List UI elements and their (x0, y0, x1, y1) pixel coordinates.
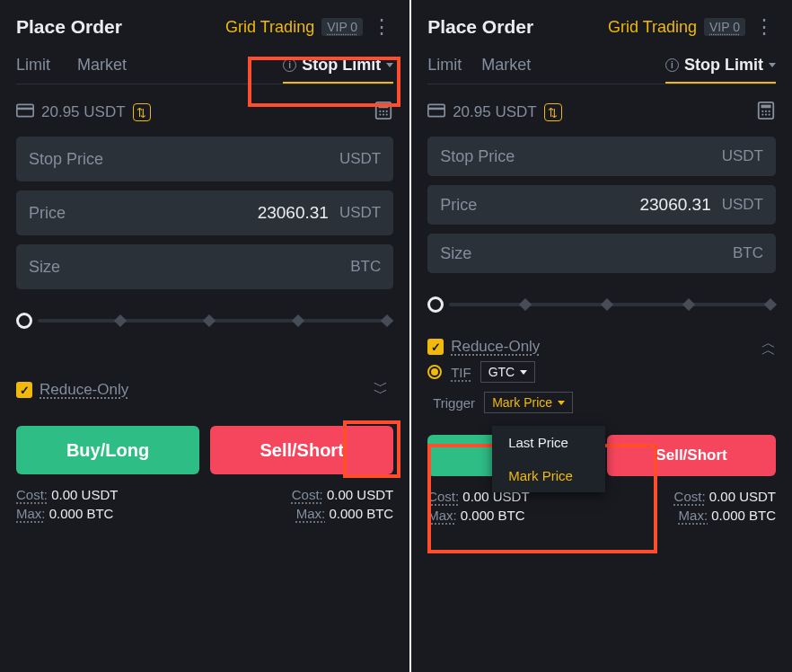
stop-price-label: Stop Price (29, 150, 103, 169)
tif-radio[interactable] (427, 365, 442, 379)
chevron-down-icon (520, 370, 527, 375)
price-unit: USDT (722, 196, 763, 214)
reduce-only-label: Reduce-Only (451, 338, 540, 356)
collapse-advanced-icon[interactable]: ︿︿ (761, 340, 776, 354)
max-row: Max: 0.000 BTC Max: 0.000 BTC (427, 508, 776, 523)
more-menu-icon[interactable]: ⋮ (370, 22, 393, 32)
trigger-select[interactable]: Mark Price (484, 392, 573, 413)
stop-price-label: Stop Price (440, 147, 515, 166)
order-type-tabs: Limit Market i Stop Limit (16, 56, 393, 84)
size-input[interactable]: Size BTC (16, 244, 393, 289)
tab-market[interactable]: Market (77, 56, 127, 84)
tab-stop-limit-label: Stop Limit (684, 56, 763, 75)
reduce-only-label: Reduce-Only (40, 381, 128, 399)
svg-rect-10 (428, 104, 444, 116)
svg-rect-13 (761, 105, 771, 109)
price-label: Price (440, 196, 477, 215)
dropdown-option-last-price[interactable]: Last Price (492, 426, 605, 459)
stop-price-input[interactable]: Stop Price USDT (16, 137, 393, 181)
svg-rect-1 (17, 108, 33, 111)
balance-amount[interactable]: 20.95 USDT (41, 103, 126, 121)
reduce-only-checkbox[interactable]: ✓ Reduce-Only (16, 381, 128, 399)
price-value: 23060.31 (258, 203, 329, 223)
size-unit: BTC (733, 244, 763, 262)
tif-label: TIF (451, 365, 471, 380)
sell-short-button[interactable]: Sell/Short (210, 426, 393, 474)
calculator-icon[interactable] (756, 101, 776, 124)
calculator-icon[interactable] (374, 101, 393, 124)
size-label: Size (29, 258, 60, 277)
slider-track[interactable] (449, 303, 776, 306)
panel-title: Place Order (427, 16, 533, 38)
svg-point-17 (761, 113, 763, 115)
buy-cost-value: 0.00 USDT (51, 487, 118, 502)
sell-cost-label: Cost: (292, 487, 323, 502)
tif-select[interactable]: GTC (480, 361, 536, 383)
grid-trading-link[interactable]: Grid Trading (608, 18, 697, 37)
tab-stop-limit[interactable]: i Stop Limit (665, 56, 776, 84)
reduce-only-checkbox[interactable]: ✓ Reduce-Only (427, 338, 540, 356)
price-input[interactable]: Price 23060.31 USDT (427, 185, 776, 225)
svg-point-6 (386, 111, 388, 112)
svg-point-15 (765, 111, 767, 112)
swap-icon[interactable]: ⇅ (544, 103, 562, 121)
swap-icon[interactable]: ⇅ (133, 103, 151, 121)
chevron-down-icon[interactable] (386, 63, 393, 67)
balance-row: 20.95 USDT ⇅ (427, 101, 776, 124)
tab-limit[interactable]: Limit (427, 56, 462, 84)
price-value: 23060.31 (639, 195, 710, 215)
buy-max-label: Max: (16, 506, 46, 521)
vip-badge[interactable]: VIP 0 (321, 18, 363, 36)
svg-rect-3 (379, 105, 389, 109)
panel-header: Place Order Grid Trading VIP 0 ⋮ (427, 16, 776, 38)
expand-advanced-icon[interactable]: ﹀﹀ (368, 377, 393, 402)
vip-badge[interactable]: VIP 0 (704, 18, 745, 36)
size-slider[interactable] (16, 313, 393, 329)
slider-handle[interactable] (16, 313, 32, 329)
buy-max-value: 0.000 BTC (49, 506, 114, 521)
sell-cost-label: Cost: (674, 489, 706, 504)
info-icon[interactable]: i (665, 58, 679, 72)
buy-cost-label: Cost: (16, 487, 48, 502)
checkbox-checked-icon: ✓ (16, 382, 32, 398)
tab-market[interactable]: Market (481, 56, 531, 84)
chevron-down-icon[interactable] (769, 63, 776, 67)
tif-row: TIF GTC (427, 361, 776, 383)
price-input[interactable]: Price 23060.31 USDT (16, 190, 393, 235)
tab-limit[interactable]: Limit (16, 56, 50, 84)
info-icon[interactable]: i (283, 58, 296, 72)
action-buttons: Buy/Long Sell/Short (16, 426, 393, 474)
stop-price-unit: USDT (722, 147, 763, 165)
buy-long-button[interactable]: Buy/Long (16, 426, 199, 474)
sell-max-label: Max: (296, 506, 326, 521)
tif-value: GTC (488, 365, 515, 379)
sell-max-label: Max: (679, 508, 708, 523)
more-menu-icon[interactable]: ⋮ (752, 22, 776, 32)
svg-point-4 (379, 111, 381, 112)
slider-handle[interactable] (427, 296, 444, 313)
tab-stop-limit[interactable]: i Stop Limit (283, 56, 393, 84)
trigger-row: Trigger Mark Price (433, 392, 776, 413)
svg-point-5 (383, 111, 384, 112)
price-unit: USDT (339, 204, 381, 222)
header-right: Grid Trading VIP 0 ⋮ (225, 18, 393, 37)
svg-point-7 (379, 113, 381, 115)
trigger-value: Mark Price (492, 395, 552, 410)
buy-max-value: 0.000 BTC (461, 508, 525, 523)
wallet-icon (427, 103, 445, 121)
slider-track[interactable] (38, 319, 393, 323)
header-right: Grid Trading VIP 0 ⋮ (608, 18, 776, 37)
dropdown-option-mark-price[interactable]: Mark Price (492, 459, 605, 492)
wallet-icon (16, 103, 34, 121)
svg-point-14 (761, 111, 763, 112)
grid-trading-link[interactable]: Grid Trading (225, 18, 314, 37)
sell-short-button[interactable]: Sell/Short (607, 435, 776, 476)
price-label: Price (29, 204, 66, 223)
balance-amount[interactable]: 20.95 USDT (453, 103, 537, 121)
size-input[interactable]: Size BTC (427, 234, 776, 273)
svg-rect-0 (17, 104, 33, 116)
buy-cost-label: Cost: (427, 489, 459, 504)
size-slider[interactable] (427, 296, 776, 313)
svg-point-8 (383, 113, 384, 115)
stop-price-input[interactable]: Stop Price USDT (427, 137, 776, 176)
